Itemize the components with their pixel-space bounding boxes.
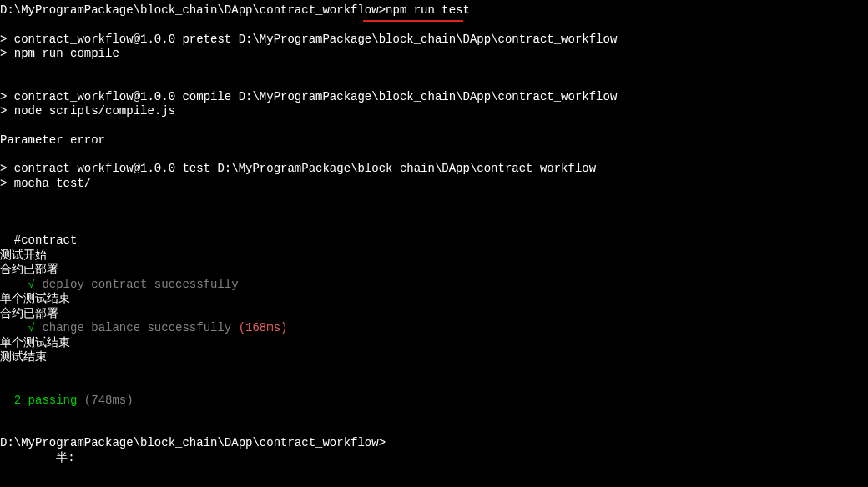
test-end: 测试结束 [0, 350, 868, 365]
test-message: change balance successfully [35, 321, 239, 334]
test-message: deploy contract successfully [35, 278, 239, 291]
pretest-header: > contract_workflow@1.0.0 pretest D:\MyP… [0, 33, 868, 48]
blank-line [0, 62, 868, 76]
prompt-path: D:\MyProgramPackage\block_chain\DApp\con… [0, 3, 386, 17]
test-pass-deploy: √ deploy contract successfully [0, 278, 868, 293]
blank-line [0, 76, 868, 90]
total-duration: (748ms) [84, 394, 134, 407]
parameter-error: Parameter error [0, 133, 868, 148]
test-header: > contract_workflow@1.0.0 test D:\MyProg… [0, 162, 868, 177]
single-test-end: 单个测试结束 [0, 336, 868, 351]
check-icon: √ [0, 321, 35, 334]
blank-line [0, 191, 868, 205]
blank-line [0, 379, 868, 394]
blank-line [0, 422, 868, 436]
check-icon: √ [0, 278, 35, 291]
pretest-command: > npm run compile [0, 47, 868, 62]
blank-line [0, 148, 868, 162]
blank-line [0, 408, 868, 422]
compile-header: > contract_workflow@1.0.0 compile D:\MyP… [0, 90, 868, 105]
contract-label: #contract [0, 233, 868, 249]
test-start: 测试开始 [0, 249, 868, 264]
contract-deployed: 合约已部署 [0, 307, 868, 322]
typed-command: npm run test [386, 3, 470, 17]
blank-line [0, 119, 868, 133]
blank-line [0, 205, 868, 219]
prompt-line: D:\MyProgramPackage\block_chain\DApp\con… [0, 436, 868, 451]
prompt-line: D:\MyProgramPackage\block_chain\DApp\con… [0, 3, 868, 18]
test-duration: (168ms) [239, 321, 288, 334]
blank-line [0, 219, 868, 233]
compile-command: > node scripts/compile.js [0, 104, 868, 119]
terminal-output[interactable]: D:\MyProgramPackage\block_chain\DApp\con… [0, 3, 868, 465]
single-test-end: 单个测试结束 [0, 292, 868, 307]
blank-line [0, 365, 868, 379]
ime-indicator: 半: [0, 451, 868, 466]
passing-count: 2 passing [0, 394, 84, 407]
contract-deployed: 合约已部署 [0, 263, 868, 278]
command-underline [363, 20, 463, 22]
test-pass-balance: √ change balance successfully (168ms) [0, 321, 868, 336]
test-command: > mocha test/ [0, 177, 868, 192]
test-summary: 2 passing (748ms) [0, 394, 868, 409]
